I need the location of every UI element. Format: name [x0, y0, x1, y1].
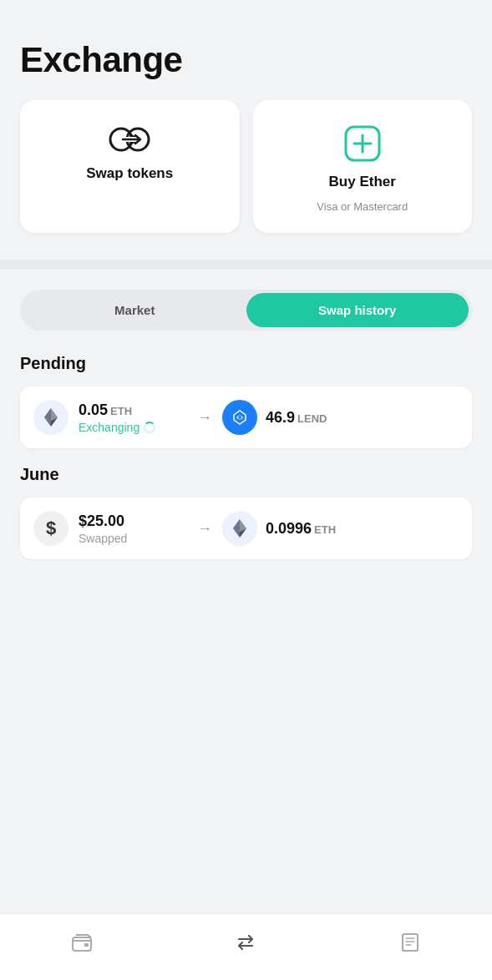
pending-label: Pending: [20, 354, 472, 373]
buy-ether-icon: [342, 124, 383, 164]
action-cards: Swap tokens Buy Ether Visa or Mastercard: [20, 100, 472, 233]
status-exchanging: Exchanging: [79, 421, 187, 434]
page-title: Exchange: [20, 40, 472, 80]
status-swapped: Swapped: [79, 532, 187, 545]
june-section: June $ $25.00 Swapped →: [20, 465, 472, 559]
june-label: June: [20, 465, 472, 484]
to-amount-pending: 46.9LEND: [266, 409, 327, 427]
nav-book[interactable]: [398, 931, 422, 954]
swap-arrow: →: [197, 409, 212, 427]
svg-rect-14: [84, 943, 89, 947]
buy-ether-label: Buy Ether: [329, 174, 396, 190]
tab-market[interactable]: Market: [23, 293, 246, 327]
to-details-june: 0.0996ETH: [222, 511, 336, 546]
nav-wallet[interactable]: [70, 931, 94, 954]
swap-tokens-icon: [106, 124, 153, 155]
swap-tokens-label: Swap tokens: [86, 165, 173, 182]
tab-row: Market Swap history: [20, 290, 472, 331]
eth-from-icon: [33, 400, 68, 435]
buy-ether-subtitle: Visa or Mastercard: [317, 200, 408, 213]
svg-marker-12: [233, 519, 240, 532]
swap-arrow-june: →: [197, 520, 212, 538]
swap-item-june[interactable]: $ $25.00 Swapped →: [20, 498, 472, 559]
swap-tokens-card[interactable]: Swap tokens: [20, 100, 240, 233]
swap-item-pending[interactable]: 0.05ETH Exchanging →: [20, 386, 472, 448]
pending-section: Pending 0.05ETH Exchanging: [20, 354, 472, 448]
from-amount-pending: 0.05ETH: [79, 402, 187, 419]
from-details-pending: 0.05ETH Exchanging: [79, 402, 187, 434]
loading-spinner: [144, 422, 155, 433]
nav-exchange[interactable]: [234, 931, 257, 954]
buy-ether-card[interactable]: Buy Ether Visa or Mastercard: [253, 100, 473, 233]
svg-point-8: [238, 416, 241, 419]
lend-icon: [222, 400, 257, 435]
to-details-pending: 46.9LEND: [222, 400, 327, 435]
dollar-from-icon: $: [33, 511, 68, 546]
to-amount-june: 0.0996ETH: [266, 520, 336, 538]
bottom-nav: [0, 913, 492, 980]
from-details-june: $25.00 Swapped: [79, 513, 187, 545]
tab-swap-history[interactable]: Swap history: [246, 293, 469, 327]
from-amount-june: $25.00: [79, 513, 187, 530]
eth-to-icon: [222, 511, 257, 546]
svg-marker-7: [44, 408, 51, 421]
